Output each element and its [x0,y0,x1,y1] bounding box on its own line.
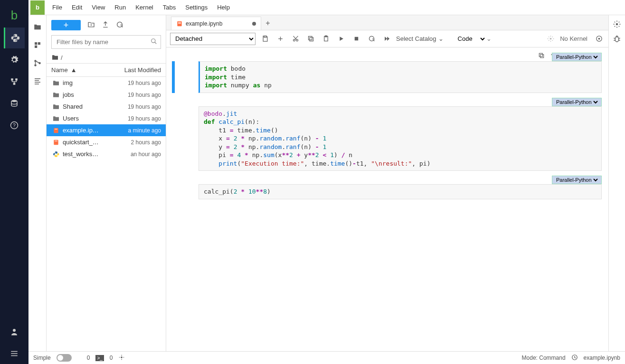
activity-toc-icon[interactable] [30,72,45,90]
kernel-count[interactable]: 0 [110,355,113,361]
new-tab-button[interactable]: + [261,17,275,30]
code-cell[interactable]: Parallel-Pythoncalc_pi(2 * 10**8) [168,176,602,199]
cell-input[interactable]: import bodo import time import numpy as … [199,61,602,93]
file-row[interactable]: Users19 hours ago [47,112,166,124]
folder-icon [51,115,61,122]
breadcrumb[interactable]: / [47,52,166,63]
debugger-icon[interactable] [613,35,621,45]
parallel-select[interactable]: Parallel-Python [552,98,602,106]
file-filter-input[interactable] [51,35,161,49]
dirty-indicator-icon [252,22,256,26]
stop-icon[interactable] [350,33,362,45]
kernel-status-icon[interactable] [593,33,605,45]
gear-icon[interactable] [545,33,556,45]
file-row[interactable]: jobs19 hours ago [47,89,166,101]
file-row[interactable]: Shared19 hours ago [47,101,166,112]
folder-icon [51,91,61,99]
cell-type-select[interactable]: Code [453,33,486,45]
tab-example-ipynb[interactable]: example.ipynb [171,17,261,30]
terminal-count[interactable]: 0 [87,355,90,361]
sidebar-settings-icon[interactable] [4,49,25,70]
cluster-select[interactable]: Detached [170,33,256,45]
search-icon [151,38,157,46]
file-name: img [63,79,128,86]
folder-icon [51,79,61,87]
tab-label: example.ipynb [186,20,222,27]
refresh-icon[interactable] [116,21,123,30]
svg-rect-8 [38,42,40,45]
sidebar-python-icon[interactable] [4,28,25,48]
notebook-icon [51,139,61,146]
select-catalog-button[interactable]: Select Catalog ⌄ [396,35,444,42]
column-name[interactable]: Name [51,66,68,74]
folder-icon [51,103,61,111]
notebook-icon [51,127,61,134]
terminal-icon[interactable]: >_ [95,355,104,361]
duplicate-icon[interactable] [538,52,545,60]
file-name: Users [63,115,128,122]
menu-settings[interactable]: Settings [180,2,212,13]
sidebar-user-icon[interactable] [4,321,25,342]
menu-file[interactable]: File [47,2,67,13]
activity-folder-icon[interactable] [30,18,45,36]
svg-point-34 [616,23,618,26]
run-all-icon[interactable] [381,33,392,45]
cell-input[interactable]: calc_pi(2 * 10**8) [199,184,602,199]
svg-point-13 [152,39,155,43]
kernel-busy-icon[interactable] [118,354,125,362]
simple-toggle[interactable] [57,354,72,362]
parallel-select[interactable]: Parallel-Python [552,53,602,61]
column-modified[interactable]: Last Modified [124,66,161,74]
file-modified: a minute ago [128,127,161,134]
svg-rect-9 [35,46,37,48]
menu-edit[interactable]: Edit [67,2,87,13]
tab-bar: example.ipynb + [166,15,608,30]
svg-rect-25 [308,37,312,40]
menu-help[interactable]: Help [212,2,235,13]
activity-running-icon[interactable] [30,36,45,54]
file-modified: 2 hours ago [131,139,161,146]
sidebar-menu-icon[interactable] [4,343,25,364]
file-row[interactable]: quickstart_…2 hours ago [47,136,166,148]
notebook-body[interactable]: Parallel-Python import bodo import time … [166,47,608,351]
restart-icon[interactable] [366,33,377,45]
cut-icon[interactable] [290,33,301,45]
svg-point-6 [13,329,16,332]
svg-point-29 [549,38,551,40]
property-inspector-icon[interactable] [613,20,621,30]
svg-point-35 [615,37,619,42]
svg-rect-1 [15,78,18,81]
code-cell[interactable]: Parallel-Python import bodo import time … [168,52,602,93]
sidebar-clusters-icon[interactable] [4,71,25,92]
file-row[interactable]: img19 hours ago [47,77,166,89]
cell-input[interactable]: @bodo.jit def calc_pi(n): t1 = time.time… [199,106,602,171]
folder-icon [51,54,59,61]
code-cell[interactable]: Parallel-Python@bodo.jit def calc_pi(n):… [168,98,602,171]
file-browser: + / Name ▲ Last Modified img19 hours ago… [47,15,166,351]
file-row[interactable]: test_works…an hour ago [47,148,166,160]
menu-run[interactable]: Run [110,2,131,13]
parallel-select[interactable]: Parallel-Python [552,176,602,184]
paste-icon[interactable] [320,33,331,45]
menu-tabs[interactable]: Tabs [158,2,180,13]
python-icon [51,151,61,158]
main-panel: example.ipynb + Detached Select Catalog … [166,15,608,351]
kernel-label[interactable]: No Kernel [560,35,587,42]
file-row[interactable]: example.ip…a minute ago [47,124,166,136]
copy-icon[interactable] [305,33,316,45]
run-icon[interactable] [335,33,347,45]
menu-kernel[interactable]: Kernel [131,2,158,13]
upload-icon[interactable] [102,21,109,30]
notebook-trusted-icon[interactable] [571,354,578,362]
menu-view[interactable]: View [87,2,110,13]
save-icon[interactable] [259,33,271,45]
activity-git-icon[interactable] [30,54,45,72]
prompt-gutter [168,61,199,93]
new-launcher-button[interactable]: + [51,20,81,30]
add-cell-icon[interactable] [275,33,286,45]
sidebar-help-icon[interactable]: ? [4,115,25,136]
svg-rect-32 [540,55,544,58]
new-folder-icon[interactable] [87,21,95,30]
sidebar-database-icon[interactable] [4,93,25,114]
app-sidebar: b ? [0,0,28,364]
